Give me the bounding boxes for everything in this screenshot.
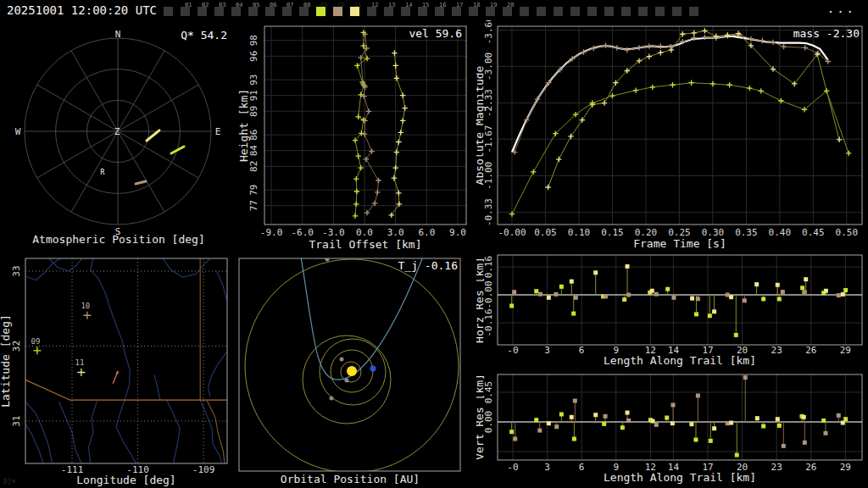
data-marker: [603, 43, 608, 48]
data-marker: [658, 50, 663, 55]
frame-button-15[interactable]: 15: [418, 7, 427, 16]
frame-strip: 0102030405060708091011121314151617181920: [0, 0, 763, 20]
frame-number: 11: [354, 2, 361, 8]
frame-button-16[interactable]: 16: [435, 7, 444, 16]
frame-slot[interactable]: [570, 7, 580, 16]
x-tick-label: 0.10: [568, 227, 591, 238]
frame-slot[interactable]: [655, 7, 665, 16]
orbital-position-panel: T_j -0.16Orbital Position [AU]: [237, 254, 476, 488]
plot-border: [498, 26, 862, 225]
frame-button-05[interactable]: 05: [248, 7, 258, 16]
frame-button-09[interactable]: 09: [316, 7, 326, 16]
x-tick-label: 3: [544, 462, 550, 473]
frame-button-20[interactable]: 20: [503, 7, 512, 16]
x-tick-label: 29: [840, 345, 851, 356]
watermark: pjw: [3, 477, 15, 485]
map-layers: [25, 258, 227, 463]
frame-slot[interactable]: [621, 7, 631, 16]
frame-slot[interactable]: [164, 7, 173, 16]
x-tick-label: 0.35: [735, 227, 758, 238]
x-tick-label: -0: [507, 345, 518, 356]
frame-slot[interactable]: [537, 7, 546, 16]
data-marker: [402, 105, 407, 110]
frame-slot[interactable]: [689, 7, 698, 16]
frame-number: 08: [303, 2, 310, 8]
data-marker: [580, 117, 585, 122]
residual-point: [547, 296, 551, 300]
data-marker: [803, 45, 808, 50]
frame-button-03[interactable]: 03: [214, 7, 224, 16]
data-marker: [747, 86, 752, 91]
frame-slot[interactable]: [672, 7, 682, 16]
residual-point: [689, 422, 693, 426]
data-marker: [771, 40, 776, 45]
residual-point: [777, 424, 782, 428]
panel-title: T_j -0.16: [398, 259, 458, 272]
residual-point: [620, 425, 625, 430]
data-marker: [625, 47, 630, 53]
data-marker: [647, 43, 652, 48]
frame-button-01[interactable]: 01: [181, 7, 190, 16]
residual-point: [671, 296, 676, 300]
station-marker-label: 09: [31, 337, 41, 346]
residual-point: [626, 293, 631, 297]
data-marker: [615, 45, 620, 50]
x-tick-label: 9.0: [449, 227, 466, 238]
residual-point: [559, 412, 564, 416]
frame-button-18[interactable]: 18: [469, 7, 478, 16]
residual-point: [602, 422, 606, 426]
overflow-menu-icon[interactable]: ...: [827, 2, 856, 15]
frame-button-04[interactable]: 04: [231, 7, 241, 16]
frame-slot[interactable]: [587, 7, 597, 16]
frame-slot[interactable]: [638, 7, 648, 16]
residual-point: [823, 431, 827, 435]
frame-button-17[interactable]: 17: [452, 7, 461, 16]
y-tick-label: 96: [248, 51, 259, 62]
frame-slot[interactable]: [554, 7, 563, 16]
frame-button-14[interactable]: 14: [401, 7, 410, 16]
residual-point: [626, 419, 631, 423]
zenith-label: Z: [114, 126, 120, 137]
frame-button-08[interactable]: 08: [299, 7, 309, 16]
frame-slot[interactable]: [604, 7, 614, 16]
x-tick-label: 26: [805, 345, 816, 356]
frame-slot[interactable]: [520, 7, 529, 16]
residual-point: [712, 426, 716, 430]
data-marker: [376, 178, 381, 183]
residual-point: [841, 421, 845, 425]
residual-point: [709, 439, 713, 443]
residual-point: [843, 417, 848, 421]
frame-button-06[interactable]: 06: [265, 7, 275, 16]
frame-button-11[interactable]: 11: [350, 7, 359, 16]
residual-point: [593, 413, 598, 417]
residual-point: [754, 282, 759, 286]
frame-number: 14: [405, 2, 412, 8]
river-line: [217, 271, 227, 300]
x-tick-label: 0.45: [802, 227, 825, 238]
residual-point: [570, 280, 574, 284]
frame-number: 10: [337, 2, 344, 8]
frame-button-19[interactable]: 19: [486, 7, 495, 16]
frame-button-02[interactable]: 02: [198, 7, 207, 16]
frame-button-12[interactable]: 12: [367, 7, 376, 16]
data-marker: [702, 35, 707, 40]
frame-button-10[interactable]: 10: [333, 7, 342, 16]
frame-button-07[interactable]: 07: [282, 7, 292, 16]
residual-point: [572, 437, 576, 441]
river-line: [154, 374, 160, 400]
residual-point: [776, 417, 780, 421]
frame-button-13[interactable]: 13: [384, 7, 393, 16]
x-tick-label: 3: [544, 345, 550, 356]
data-marker: [759, 88, 764, 93]
river-line: [163, 258, 210, 277]
residual-point: [726, 421, 730, 425]
radiant-label: R: [101, 169, 105, 176]
residual-point: [538, 292, 542, 297]
x-tick-label: 0.50: [836, 227, 859, 238]
residual-point: [537, 429, 542, 433]
frame-number: 18: [473, 2, 480, 8]
frame-number: 16: [439, 2, 446, 8]
data-marker: [355, 114, 360, 119]
data-marker: [680, 31, 685, 36]
river-line: [91, 258, 136, 463]
